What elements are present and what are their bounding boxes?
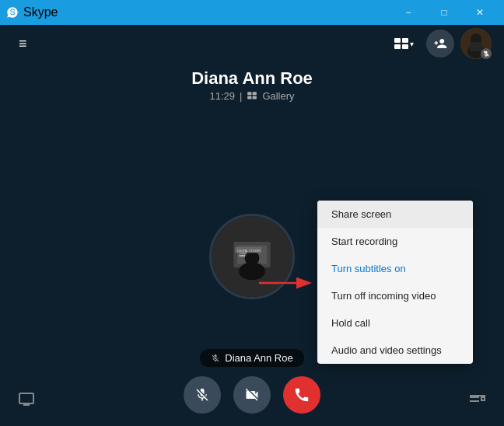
maximize-button[interactable]: □ <box>426 0 462 25</box>
menu-item-start-recording[interactable]: Start recording <box>317 228 473 255</box>
title-bar-left: Skype <box>6 5 58 19</box>
call-controls <box>0 376 504 414</box>
hangup-icon <box>293 386 310 403</box>
add-people-button[interactable] <box>426 30 454 58</box>
svg-text:DIGITAL CITIZEN: DIGITAL CITIZEN <box>237 250 261 253</box>
avatar-container[interactable] <box>460 28 492 59</box>
main-area: ≡ ▾ <box>0 25 504 426</box>
hangup-button[interactable] <box>283 376 320 414</box>
layout-arrow: ▾ <box>410 40 414 48</box>
screen-share-icon <box>17 390 36 409</box>
svg-rect-2 <box>394 44 401 49</box>
menu-item-share-screen[interactable]: Share screen <box>317 201 473 228</box>
title-bar: Skype − □ ✕ <box>0 0 504 25</box>
menu-item-turn-subtitles-on[interactable]: Turn subtitles on <box>317 255 473 282</box>
menu-item-turn-subtitles-on-label: Turn subtitles on <box>331 263 406 274</box>
avatar-mic-badge <box>481 48 492 59</box>
menu-item-audio-video-settings[interactable]: Audio and video settings <box>317 337 473 364</box>
menu-item-share-screen-label: Share screen <box>331 208 391 220</box>
minimize-button[interactable]: − <box>390 0 426 25</box>
toolbar-right: ▾ <box>388 28 492 59</box>
video-off-icon <box>244 387 260 403</box>
mic-slash-icon <box>211 354 220 363</box>
skype-icon <box>6 6 19 19</box>
menu-item-audio-video-settings-label: Audio and video settings <box>331 344 442 356</box>
svg-rect-7 <box>470 42 482 51</box>
close-button[interactable]: ✕ <box>462 0 498 25</box>
menu-item-turn-off-incoming-video-label: Turn off incoming video <box>331 290 436 302</box>
menu-item-turn-off-incoming-video[interactable]: Turn off incoming video <box>317 282 473 309</box>
menu-item-start-recording-label: Start recording <box>331 236 397 247</box>
top-toolbar: ≡ ▾ <box>0 25 504 62</box>
svg-rect-0 <box>394 38 401 43</box>
add-person-icon <box>433 37 447 51</box>
arrow-indicator <box>255 271 317 298</box>
menu-item-hold-call[interactable]: Hold call <box>317 309 473 337</box>
mute-icon <box>194 387 210 403</box>
mic-off-icon <box>482 50 490 58</box>
svg-rect-3 <box>402 44 408 49</box>
more-options-button[interactable] <box>464 386 492 414</box>
context-menu: Share screen Start recording Turn subtit… <box>317 201 473 364</box>
screen-share-button[interactable] <box>12 386 40 414</box>
title-bar-controls: − □ ✕ <box>390 0 498 25</box>
layout-icon <box>394 38 408 49</box>
title-bar-title: Skype <box>23 5 58 19</box>
hamburger-menu[interactable]: ≡ <box>12 30 33 58</box>
more-options-icon <box>468 390 487 409</box>
svg-rect-1 <box>402 38 408 43</box>
name-tag: Diana Ann Roe <box>200 349 303 367</box>
video-button[interactable] <box>233 376 271 414</box>
layout-button[interactable]: ▾ <box>388 35 420 52</box>
menu-item-hold-call-label: Hold call <box>331 317 370 329</box>
mute-button[interactable] <box>184 376 221 414</box>
name-tag-text: Diana Ann Roe <box>225 352 292 364</box>
arrow-icon <box>255 271 317 295</box>
